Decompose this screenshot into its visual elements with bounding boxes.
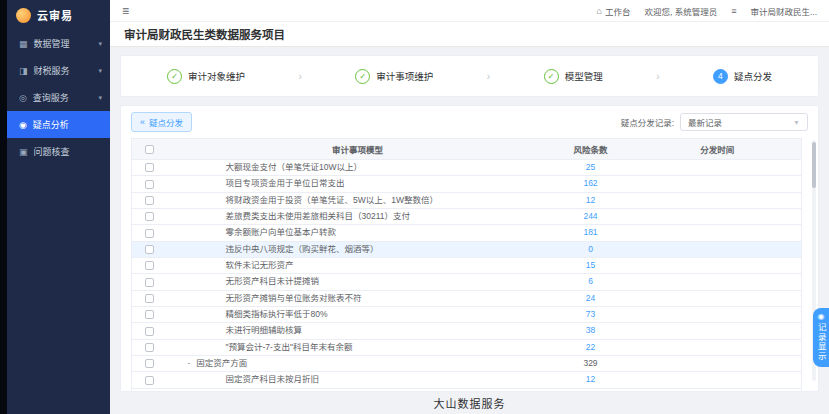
table-row[interactable]: 违反中央八项规定（购买鲜花、烟酒等）0 [132,241,802,257]
table-body: 大额现金支付（单笔凭证10W以上）25项目专项资金用于单位日常支出162将财政资… [132,160,802,393]
row-checkbox[interactable] [145,261,154,270]
record-select[interactable]: 最新记录 ▼ [680,113,808,131]
model-name: 将财政资金用于投资（单笔凭证、5W以上、1W整数倍） [226,195,439,205]
step-审计事项维护[interactable]: ✓审计事项维护 [355,69,433,84]
step-label: 审计对象维护 [188,69,245,83]
model-name: 差旅费类支出未使用差旅相关科目（30211）支付 [226,211,411,221]
distribute-button[interactable]: « 疑点分发 [131,112,192,132]
risk-count[interactable]: 12 [586,374,595,384]
project-switcher[interactable]: 审计局财政民生... [750,5,817,17]
risk-count[interactable]: 181 [583,227,597,237]
sidebar-item-疑点分析[interactable]: ◉疑点分析 [7,111,110,138]
table-row[interactable]: 零余额账户向单位基本户转款181 [132,225,802,241]
table-row[interactable]: 软件未记无形资产15 [132,258,802,274]
assistant-label: 记录显示 [817,323,826,361]
row-checkbox[interactable] [145,310,154,319]
risk-count[interactable]: 0 [588,244,593,254]
row-checkbox[interactable] [145,196,154,205]
row-checkbox[interactable] [145,229,154,238]
model-name: 软件未记无形资产 [226,260,294,270]
sidebar-item-查询服务[interactable]: ◎查询服务▾ [7,84,110,111]
step-审计对象维护[interactable]: ✓审计对象维护 [167,69,245,84]
risk-count[interactable]: 22 [586,342,595,352]
model-cell: 软件未记无形资产 [168,258,548,274]
risk-count[interactable]: 3 [588,391,593,392]
page-title: 审计局财政民生类数据服务项目 [124,26,285,42]
table-row[interactable]: "预算会计-7-支出"科目年末有余额22 [132,339,802,355]
record-filter: 疑点分发记录: 最新记录 ▼ [621,113,808,131]
row-checkbox[interactable] [145,376,154,385]
table-row[interactable]: -固定资产方面329 [132,356,802,372]
model-name: 固定资产方面 [196,358,247,368]
table-row[interactable]: 差旅费类支出未使用差旅相关科目（30211）支付244 [132,209,802,225]
row-checkbox[interactable] [145,359,154,368]
distribute-time-cell [634,307,802,323]
workbench-label: 工作台 [605,5,631,17]
risk-count[interactable]: 244 [583,211,597,221]
select-all-checkbox[interactable] [145,145,154,154]
row-checkbox[interactable] [145,212,154,221]
risk-count-cell: 12 [548,372,634,388]
model-cell: "预算会计-7-支出"科目年末有余额 [168,339,548,355]
table-row[interactable]: 项目专项资金用于单位日常支出162 [132,176,802,192]
table-row[interactable]: 大额现金支付（单笔凭证10W以上）25 [132,160,802,176]
sidebar-nav: ▦数据管理▾◨财税服务▾◎查询服务▾◉疑点分析▣问题核查 [7,30,110,165]
finance-icon: ◨ [19,66,28,76]
distribute-time-cell [634,225,802,241]
table-row[interactable]: 无形资产科目未计提摊销6 [132,274,802,290]
table-row[interactable]: 固定资产科目未按月折旧12 [132,372,802,388]
risk-count-cell: 73 [548,307,634,323]
row-checkbox-cell [132,356,168,372]
distribution-panel: « 疑点分发 疑点分发记录: 最新记录 ▼ [120,105,819,392]
assistant-widget[interactable]: ◉ 记录显示 [813,308,829,367]
record-select-value: 最新记录 [688,116,722,128]
scrollbar-thumb[interactable] [812,142,816,188]
table-row[interactable]: 未进行明细辅助核算38 [132,323,802,339]
row-checkbox[interactable] [145,294,154,303]
row-checkbox[interactable] [145,163,154,172]
risk-count: 329 [583,358,597,368]
sidebar-item-数据管理[interactable]: ▦数据管理▾ [7,30,110,57]
risk-count-cell: 12 [548,192,634,208]
row-checkbox[interactable] [145,180,154,189]
distribute-time-cell [634,258,802,274]
risk-count[interactable]: 162 [583,178,597,188]
search-icon: ◎ [19,93,27,103]
risk-count[interactable]: 15 [586,260,595,270]
workbench-link[interactable]: ⌂ 工作台 [596,5,630,17]
model-name: 固定资产科目未按月折旧 [226,374,320,384]
risk-count[interactable]: 38 [586,325,595,335]
table-row[interactable]: 无形资产摊销与单位账务对账表不符24 [132,290,802,306]
risk-count[interactable]: 25 [586,162,595,172]
row-checkbox[interactable] [145,343,154,352]
distribute-time-cell [634,323,802,339]
model-cell: 无形资产科目未计提摊销 [168,274,548,290]
collapse-sidebar-icon[interactable]: ≡ [122,5,129,17]
row-checkbox[interactable] [145,327,154,336]
table-row[interactable]: 固定资产科目未计提折旧3 [132,388,802,392]
row-checkbox-cell [132,258,168,274]
assistant-icon: ◉ [818,313,825,321]
sidebar-item-财税服务[interactable]: ◨财税服务▾ [7,57,110,84]
step-疑点分发[interactable]: 4疑点分发 [713,69,772,84]
chevron-down-icon: ▾ [98,94,102,102]
table-row[interactable]: 将财政资金用于投资（单笔凭证、5W以上、1W整数倍）12 [132,192,802,208]
row-checkbox[interactable] [145,245,154,254]
collapse-expander-icon[interactable]: - [188,359,191,368]
risk-count[interactable]: 12 [586,195,595,205]
menu-icon[interactable]: ≡ [731,6,736,16]
step-模型管理[interactable]: ✓模型管理 [544,69,603,84]
risk-count[interactable]: 73 [586,309,595,319]
sidebar-item-问题核查[interactable]: ▣问题核查 [7,138,110,165]
table-toolbar: « 疑点分发 疑点分发记录: 最新记录 ▼ [131,112,808,132]
risk-count[interactable]: 6 [588,276,593,286]
sidebar-item-label: 财税服务 [34,64,70,77]
row-checkbox-cell [132,225,168,241]
row-checkbox[interactable] [145,278,154,287]
row-checkbox-cell [132,274,168,290]
risk-count[interactable]: 24 [586,293,595,303]
table-row[interactable]: 精细类指标执行率低于80%73 [132,307,802,323]
model-cell: 无形资产摊销与单位账务对账表不符 [168,290,548,306]
step-check-icon: ✓ [167,69,182,84]
sidebar-item-label: 问题核查 [34,145,70,158]
